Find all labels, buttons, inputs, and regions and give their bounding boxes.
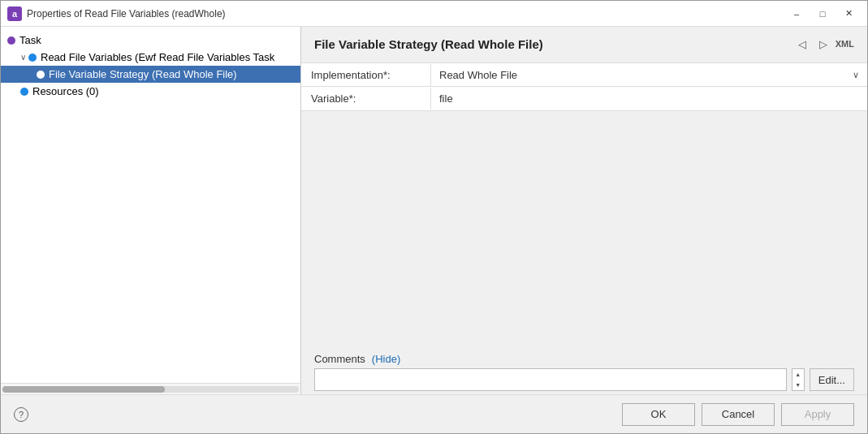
header-icons: ◁ ▷ XML (793, 35, 854, 53)
implementation-text: Read Whole File (439, 69, 517, 81)
dialog-buttons: OK Cancel Apply (622, 403, 854, 426)
form-area: Implementation*: Read Whole File ∨ Varia… (301, 59, 867, 348)
comments-header: Comments (Hide) (314, 353, 854, 365)
comments-input-row: ▲ ▼ Edit... (314, 368, 854, 391)
xml-label: XML (836, 39, 854, 49)
tree-item-task[interactable]: Task (1, 32, 300, 49)
tree-dot-read-file (28, 54, 37, 62)
right-header: File Variable Strategy (Read Whole File)… (301, 27, 867, 59)
minimize-button[interactable]: – (784, 6, 809, 22)
tree-item-resources[interactable]: Resources (0) (1, 83, 300, 100)
bottom-bar: ? OK Cancel Apply (1, 394, 867, 433)
comments-spinner: ▲ ▼ (792, 368, 805, 391)
maximize-button[interactable]: □ (810, 6, 835, 22)
form-row-variable: Variable*: file (301, 87, 867, 111)
tree-dot-resources (20, 88, 28, 96)
scrollbar-thumb (2, 386, 165, 393)
back-button[interactable]: ◁ (793, 35, 811, 53)
svg-text:a: a (12, 9, 18, 19)
window-controls: – □ ✕ (784, 6, 861, 22)
forward-button[interactable]: ▷ (814, 35, 832, 53)
edit-button[interactable]: Edit... (810, 368, 854, 391)
tree-label-strategy: File Variable Strategy (Read Whole File) (49, 68, 237, 80)
implementation-dropdown-chevron: ∨ (853, 70, 859, 80)
tree-label-read-file: Read File Variables (Ewf Read File Varia… (41, 51, 274, 63)
comments-input[interactable] (314, 368, 787, 391)
tree-dot-strategy (37, 71, 45, 79)
chevron-icon-read-file: ∨ (20, 53, 26, 62)
close-button[interactable]: ✕ (836, 6, 861, 22)
right-panel: File Variable Strategy (Read Whole File)… (301, 27, 867, 394)
variable-value[interactable]: file (431, 88, 867, 110)
comments-label: Comments (314, 353, 365, 365)
comments-hide-link[interactable]: (Hide) (372, 353, 400, 365)
implementation-value[interactable]: Read Whole File ∨ (431, 64, 867, 86)
left-panel: Task ∨ Read File Variables (Ewf Read Fil… (1, 27, 301, 394)
horizontal-scrollbar[interactable] (1, 383, 300, 394)
comments-section: Comments (Hide) ▲ ▼ Edit... (301, 348, 867, 394)
tree-dot-task (7, 37, 15, 45)
tree-item-file-var-strategy[interactable]: File Variable Strategy (Read Whole File) (1, 66, 300, 83)
implementation-label: Implementation*: (301, 64, 431, 86)
tree-label-resources: Resources (0) (32, 85, 99, 97)
spin-up-button[interactable]: ▲ (792, 369, 804, 380)
cancel-button[interactable]: Cancel (702, 403, 775, 426)
apply-button[interactable]: Apply (781, 403, 854, 426)
window-title: Properties of Read File Variables (readW… (27, 8, 784, 19)
tree-item-read-file-vars[interactable]: ∨ Read File Variables (Ewf Read File Var… (1, 49, 300, 66)
variable-label: Variable*: (301, 88, 431, 110)
title-bar: a Properties of Read File Variables (rea… (1, 1, 867, 27)
tree-area: Task ∨ Read File Variables (Ewf Read Fil… (1, 27, 300, 383)
app-icon: a (7, 6, 22, 21)
form-row-implementation: Implementation*: Read Whole File ∨ (301, 62, 867, 87)
help-button[interactable]: ? (14, 407, 28, 422)
main-content: Task ∨ Read File Variables (Ewf Read Fil… (1, 27, 867, 394)
scrollbar-track (2, 386, 299, 393)
tree-label-task: Task (19, 34, 41, 46)
spin-down-button[interactable]: ▼ (792, 380, 804, 390)
main-window: a Properties of Read File Variables (rea… (0, 0, 868, 434)
ok-button[interactable]: OK (622, 403, 695, 426)
right-panel-title: File Variable Strategy (Read Whole File) (314, 37, 543, 51)
variable-text: file (439, 92, 453, 105)
